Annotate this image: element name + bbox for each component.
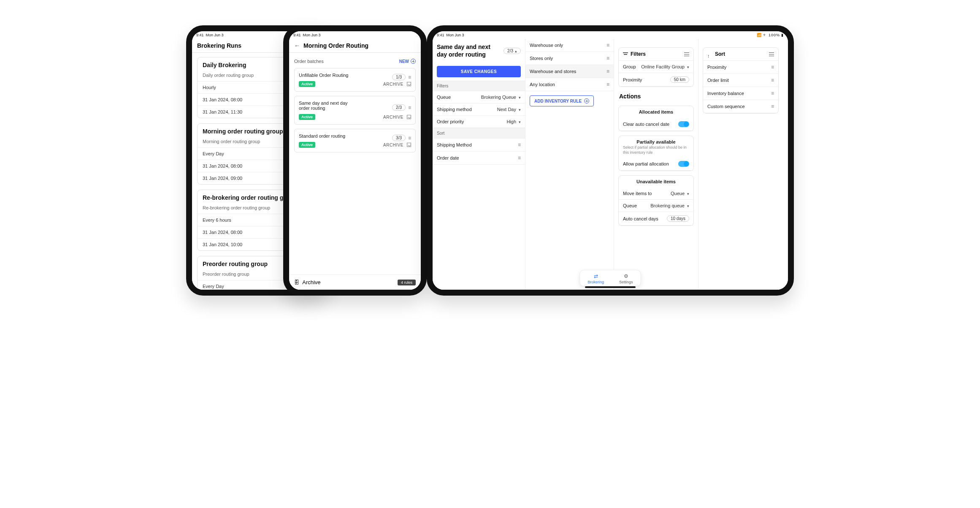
filter-row-shipping[interactable]: Shipping method Next Day: [433, 103, 525, 116]
row-label: Proximity: [707, 65, 726, 70]
row-value: Queue: [671, 191, 685, 196]
filter-row-priority[interactable]: Order priority High: [433, 116, 525, 128]
sort-panel-row[interactable]: Order limit: [703, 74, 778, 87]
add-inventory-rule-button[interactable]: ADD INVENTORY RULE: [530, 95, 594, 106]
plus-icon: [411, 59, 416, 64]
drag-handle-icon[interactable]: [771, 64, 774, 70]
row-label: Clear auto cancel date: [623, 122, 669, 127]
rule-option[interactable]: Stores only: [525, 52, 614, 65]
sort-panel-row[interactable]: Proximity: [703, 61, 778, 74]
sort-icon: [707, 52, 712, 57]
drag-handle-icon[interactable]: [771, 103, 774, 109]
batch-card[interactable]: Same day and next day order routing 2/3 …: [294, 96, 416, 125]
batch-title: Same day and next day order routing: [299, 101, 349, 111]
drag-handle-icon[interactable]: [771, 90, 774, 96]
action-allocated-card: Allocated items Clear auto cancel date: [618, 106, 694, 131]
drag-handle-icon[interactable]: [518, 155, 521, 161]
tablet-morning-routing: 9:41 Mon Jun 3 Morning Order Routing Ord…: [283, 25, 427, 296]
sliders-icon[interactable]: [684, 52, 689, 57]
row-label: Stores only: [530, 56, 553, 61]
drag-handle-icon[interactable]: [518, 142, 521, 148]
drag-handle-icon[interactable]: [408, 103, 411, 111]
rule-option-selected[interactable]: Warehouse and stores: [525, 65, 614, 78]
archive-button[interactable]: ARCHIVE: [383, 143, 411, 147]
battery-icon: ▮: [781, 33, 784, 37]
dock-brokering-tab[interactable]: Brokering: [580, 270, 612, 286]
status-time: 9:41: [196, 33, 204, 37]
batch-count-chip: 2/3: [392, 104, 406, 111]
archive-icon: [407, 82, 411, 86]
archive-footer[interactable]: Archive 4 rules: [289, 274, 421, 290]
chevron-down-icon: [519, 107, 521, 112]
status-time: 9:41: [293, 33, 301, 37]
tablet-routing-detail: 9:41 Mon Jun 3 📶 ᯤ 100% ▮ Same day and n…: [427, 25, 794, 296]
page-title: Morning Order Routing: [303, 42, 368, 49]
filter-row-queue[interactable]: Queue Brokering Queue: [433, 91, 525, 103]
order-batches-label: Order batches: [294, 59, 324, 64]
bottom-dock: Brokering Settings: [579, 270, 641, 286]
row-label: Warehouse and stores: [530, 69, 576, 74]
new-batch-button[interactable]: NEW: [399, 59, 416, 64]
row-label: Order priority: [437, 119, 464, 124]
status-badge: Active: [299, 114, 315, 120]
filter-proximity-row[interactable]: Proximity 50 km: [619, 73, 693, 87]
sort-panel-row[interactable]: Inventory balance: [703, 87, 778, 100]
row-label: Group: [623, 64, 636, 69]
archive-icon: [407, 115, 411, 119]
action-row[interactable]: Auto cancel days 10 days: [619, 212, 693, 225]
batch-card[interactable]: Standard order routing 3/3 Active ARCHIV…: [294, 129, 416, 152]
toggle-row[interactable]: Allow partial allocation: [619, 158, 693, 171]
action-title: Allocated items: [619, 106, 693, 118]
page-header: Morning Order Routing: [289, 39, 421, 53]
row-label: Order limit: [707, 78, 729, 83]
section-label-filters: Filters: [433, 81, 525, 91]
row-value: 10 days: [667, 215, 689, 222]
chevron-down-icon: [687, 203, 689, 208]
filter-group-row[interactable]: Group Online Facility Group: [619, 61, 693, 73]
drag-handle-icon[interactable]: [606, 68, 609, 74]
toggle-row[interactable]: Clear auto cancel date: [619, 118, 693, 131]
action-subtitle: Select if partial allocation should be i…: [619, 145, 693, 158]
sort-row[interactable]: Shipping Method: [433, 139, 525, 152]
row-label: Queue: [623, 203, 637, 208]
action-row[interactable]: Move items to Queue: [619, 187, 693, 200]
sort-panel-row[interactable]: Custom sequence: [703, 100, 778, 113]
sliders-icon[interactable]: [769, 52, 774, 57]
drag-handle-icon[interactable]: [771, 77, 774, 83]
row-label: Any location: [530, 82, 555, 87]
row-value: Brokering queue: [650, 203, 685, 208]
drag-handle-icon[interactable]: [606, 55, 609, 61]
archive-button[interactable]: ARCHIVE: [383, 82, 411, 87]
signal-icon: 📶: [757, 33, 762, 37]
action-row[interactable]: Queue Brokering queue: [619, 200, 693, 212]
back-icon[interactable]: [294, 42, 300, 49]
chevron-down-icon: [519, 95, 521, 100]
batch-card[interactable]: Unfillable Order Routing 1/3 Active ARCH…: [294, 68, 416, 92]
row-label: Proximity: [623, 77, 642, 82]
dock-settings-tab[interactable]: Settings: [612, 270, 641, 286]
gear-icon: [619, 273, 633, 279]
archive-button[interactable]: ARCHIVE: [383, 115, 411, 120]
batch-count-chip: 3/3: [392, 135, 406, 141]
action-title: Unavailable items: [619, 176, 693, 187]
rule-option[interactable]: Warehouse only: [525, 39, 614, 52]
page-title: Same day and next day order routing: [437, 43, 496, 58]
shuffle-icon: [587, 273, 604, 279]
action-title: Partially available: [619, 136, 693, 145]
sort-row[interactable]: Order date: [433, 152, 525, 165]
status-icons: 📶 ᯤ 100% ▮: [757, 33, 784, 37]
row-value: Next Day: [497, 107, 516, 112]
toggle-switch[interactable]: [678, 121, 689, 127]
drag-handle-icon[interactable]: [606, 81, 609, 87]
row-label: Queue: [437, 95, 451, 100]
rule-option[interactable]: Any location: [525, 78, 614, 91]
status-time: 9:41: [437, 33, 444, 37]
row-label: Order date: [437, 155, 459, 160]
toggle-switch[interactable]: [678, 161, 689, 167]
save-changes-button[interactable]: SAVE CHANGES: [437, 66, 521, 77]
archive-icon: [294, 279, 299, 285]
drag-handle-icon[interactable]: [408, 73, 411, 81]
count-chip[interactable]: 2/3: [504, 48, 521, 54]
drag-handle-icon[interactable]: [408, 134, 411, 141]
drag-handle-icon[interactable]: [606, 42, 609, 48]
